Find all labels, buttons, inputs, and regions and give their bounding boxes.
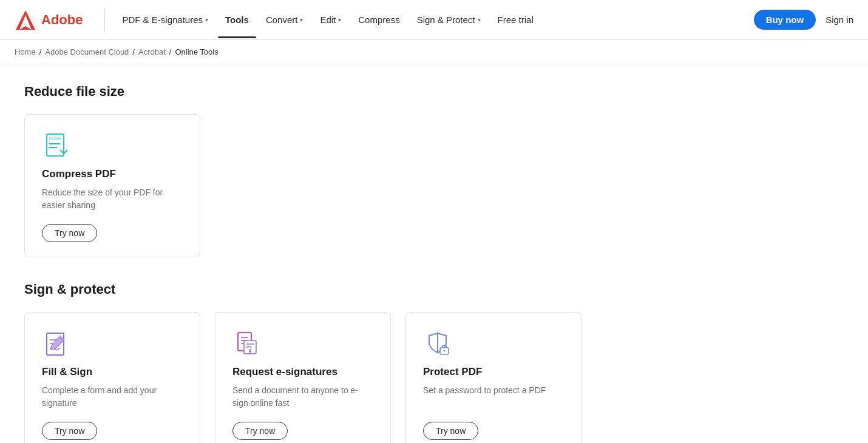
fill-sign-icon — [42, 330, 71, 359]
logo[interactable]: Adobe — [15, 9, 83, 31]
protect-pdf-desc: Set a password to protect a PDF — [423, 384, 564, 410]
adobe-logo-icon — [15, 9, 36, 31]
fill-sign-try-button[interactable]: Try now — [42, 422, 97, 440]
nav-item-free-trial[interactable]: Free trial — [490, 10, 541, 30]
reduce-cards-row: Compress PDF Reduce the size of your PDF… — [24, 114, 844, 257]
compress-pdf-card: Compress PDF Reduce the size of your PDF… — [24, 114, 200, 257]
compress-pdf-title: Compress PDF — [42, 168, 183, 180]
breadcrumb-current: Online Tools — [175, 47, 218, 56]
breadcrumb-sep: / — [39, 47, 42, 56]
nav-item-tools[interactable]: Tools — [218, 10, 256, 30]
buy-now-button[interactable]: Buy now — [754, 10, 816, 30]
nav-right: Buy now Sign in — [754, 10, 853, 30]
request-esig-desc: Send a document to anyone to e-sign onli… — [232, 384, 373, 410]
request-esig-title: Request e-signatures — [232, 366, 373, 378]
fill-sign-desc: Complete a form and add your signature — [42, 384, 183, 410]
svg-rect-3 — [49, 137, 61, 140]
protect-pdf-try-button[interactable]: Try now — [423, 422, 478, 440]
nav-item-compress[interactable]: Compress — [351, 10, 407, 30]
compress-pdf-desc: Reduce the size of your PDF for easier s… — [42, 186, 183, 212]
breadcrumb-acrobat[interactable]: Acrobat — [138, 47, 166, 56]
protect-pdf-card: Protect PDF Set a password to protect a … — [405, 312, 581, 443]
nav-divider — [104, 9, 105, 31]
sign-section-title: Sign & protect — [24, 282, 844, 297]
sign-cards-row: Fill & Sign Complete a form and add your… — [24, 312, 844, 443]
navbar: Adobe PDF & E-signatures ▾ Tools Convert… — [0, 0, 868, 40]
chevron-down-icon: ▾ — [478, 16, 481, 23]
reduce-section: Reduce file size Compress PDF Reduce the… — [24, 84, 844, 257]
request-esig-card: Request e-signatures Send a document to … — [215, 312, 391, 443]
sign-in-link[interactable]: Sign in — [826, 15, 853, 25]
fill-sign-title: Fill & Sign — [42, 366, 183, 378]
adobe-wordmark: Adobe — [41, 12, 83, 28]
chevron-down-icon: ▾ — [205, 16, 208, 23]
breadcrumb: Home / Adobe Document Cloud / Acrobat / … — [0, 40, 868, 64]
chevron-down-icon: ▾ — [338, 16, 341, 23]
breadcrumb-adc[interactable]: Adobe Document Cloud — [45, 47, 129, 56]
request-esig-try-button[interactable]: Try now — [232, 422, 288, 440]
breadcrumb-sep: / — [169, 47, 172, 56]
request-esig-icon — [232, 330, 262, 359]
fill-sign-card: Fill & Sign Complete a form and add your… — [24, 312, 200, 443]
compress-pdf-try-button[interactable]: Try now — [42, 224, 97, 242]
nav-item-sign-protect[interactable]: Sign & Protect ▾ — [410, 10, 488, 30]
breadcrumb-sep: / — [132, 47, 135, 56]
nav-item-pdf-esignatures[interactable]: PDF & E-signatures ▾ — [115, 10, 215, 30]
svg-point-20 — [444, 350, 446, 352]
protect-pdf-icon — [423, 330, 452, 359]
reduce-section-title: Reduce file size — [24, 84, 844, 100]
compress-pdf-icon — [42, 132, 71, 161]
nav-item-edit[interactable]: Edit ▾ — [313, 10, 348, 30]
chevron-down-icon: ▾ — [300, 16, 303, 23]
svg-point-17 — [249, 350, 251, 353]
nav-item-convert[interactable]: Convert ▾ — [259, 10, 311, 30]
nav-items: PDF & E-signatures ▾ Tools Convert ▾ Edi… — [115, 10, 753, 30]
main-content: Reduce file size Compress PDF Reduce the… — [0, 64, 868, 443]
protect-pdf-title: Protect PDF — [423, 366, 564, 378]
sign-section: Sign & protect Fill & Sign Complete a fo… — [24, 282, 844, 443]
breadcrumb-home[interactable]: Home — [15, 47, 36, 56]
